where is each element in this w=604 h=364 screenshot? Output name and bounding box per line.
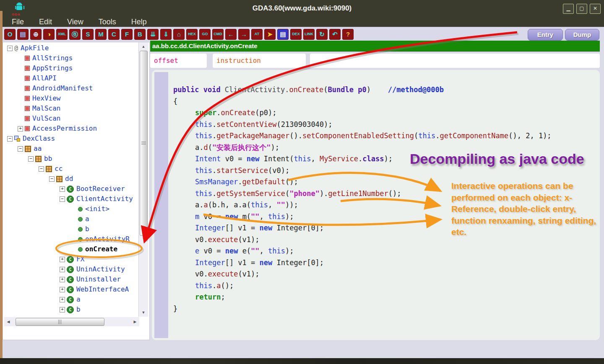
android-icon[interactable]: ⓐ <box>69 29 81 40</box>
tree-item-appstrings[interactable]: AppStrings <box>3 63 139 73</box>
tree-item-fx[interactable]: +CFX <box>3 254 139 264</box>
tree-vertical-scrollbar[interactable]: ▲ ▼ <box>138 42 148 317</box>
help-icon[interactable]: ? <box>342 29 354 40</box>
link-icon[interactable]: LINK <box>303 29 315 40</box>
tree-item-allstrings[interactable]: AllStrings <box>3 53 139 63</box>
collapse-toggle-icon[interactable]: − <box>18 146 23 152</box>
code-line[interactable]: v0.execute(v1); <box>152 268 600 280</box>
tree-item-dexclass[interactable]: −DexClass <box>3 134 139 144</box>
tree-item-vulscan[interactable]: VulScan <box>3 114 139 124</box>
scroll-up-button[interactable]: ▲ <box>139 43 148 50</box>
tree-item-b[interactable]: b <box>3 224 139 234</box>
export-down-icon[interactable]: ⇓ <box>160 29 172 40</box>
scroll-down-button[interactable]: ▼ <box>139 309 148 316</box>
code-line[interactable]: } <box>152 303 600 315</box>
forward-icon[interactable]: → <box>238 29 250 40</box>
home-up-icon[interactable]: ⌂ <box>173 29 185 40</box>
vertical-scroll-thumb[interactable] <box>140 51 148 236</box>
bytecode-icon[interactable]: B <box>134 29 146 40</box>
methods-icon[interactable]: M <box>95 29 107 40</box>
code-line[interactable]: e v0 = new e("", this); <box>152 245 600 257</box>
tree-item-b[interactable]: +Cb <box>3 305 139 315</box>
collapse-toggle-icon[interactable]: − <box>49 176 55 182</box>
minimize-button[interactable]: ▁ <box>563 4 574 14</box>
tree-item-a[interactable]: a <box>3 214 139 224</box>
code-line[interactable]: return; <box>152 292 600 303</box>
redo-icon[interactable]: ↻ <box>316 29 328 40</box>
tree-item-uninstaller[interactable]: +CUninstaller <box>3 274 139 284</box>
tree-item-label: dd <box>65 174 73 184</box>
tree-item-malscan[interactable]: MalScan <box>3 103 139 114</box>
tree-item-apkfile[interactable]: −@ApkFile <box>3 43 139 53</box>
menu-tools[interactable]: Tools <box>91 18 124 26</box>
code-line[interactable]: Integer[] v1 = new Integer[0]; <box>152 257 600 269</box>
code-line[interactable]: this.getPackageManager().setComponentEna… <box>152 130 600 142</box>
undo-icon[interactable]: ↶ <box>329 29 341 40</box>
tree-item-hexview[interactable]: HexView <box>3 93 139 103</box>
maximize-button[interactable]: ▢ <box>576 4 587 14</box>
horizontal-scroll-thumb[interactable] <box>16 318 104 326</box>
class-tree[interactable]: −@ApkFileAllStringsAppStringsAllAPIAndro… <box>3 43 139 317</box>
expand-toggle-icon[interactable]: + <box>60 287 65 292</box>
scroll-right-button[interactable]: ▶ <box>131 318 139 325</box>
strings-icon[interactable]: S <box>82 29 94 40</box>
expand-toggle-icon[interactable]: + <box>18 126 23 132</box>
hex-icon[interactable]: HEX <box>186 29 198 40</box>
dex-icon[interactable]: DEX <box>290 29 302 40</box>
tree-item-clientactivity[interactable]: −CClientActivity <box>3 194 139 204</box>
xml-icon[interactable]: XML <box>56 29 68 40</box>
manifest-down-icon[interactable]: ⇊ <box>147 29 159 40</box>
at-icon[interactable]: AT <box>251 29 263 40</box>
tree-item-onactivityr[interactable]: onActivityR <box>3 234 139 244</box>
code-line[interactable]: { <box>152 96 600 108</box>
expand-toggle-icon[interactable]: + <box>60 307 65 312</box>
go-icon[interactable]: GO <box>199 29 211 40</box>
collapse-toggle-icon[interactable]: − <box>28 156 34 162</box>
code-line[interactable]: this.setContentView(2130903040); <box>152 119 600 131</box>
collapse-toggle-icon[interactable]: − <box>39 166 44 172</box>
tree-item-a[interactable]: +Ca <box>3 294 139 305</box>
classes-icon[interactable]: C <box>108 29 120 40</box>
tree-item-allapi[interactable]: AllAPI <box>3 73 139 83</box>
expand-toggle-icon[interactable]: + <box>60 297 65 302</box>
collapse-toggle-icon[interactable]: − <box>7 136 13 142</box>
expand-toggle-icon[interactable]: + <box>60 257 65 262</box>
bird-icon[interactable]: ➤ <box>264 29 276 40</box>
disk-icon[interactable]: ◑ <box>43 29 55 40</box>
tree-item-webinterfacea[interactable]: +CWebInterfaceA <box>3 284 139 294</box>
close-button[interactable]: ✕ <box>590 4 601 14</box>
collapse-toggle-icon[interactable]: − <box>7 46 13 51</box>
dump-button[interactable]: Dump <box>565 29 599 41</box>
report-icon[interactable]: ▤ <box>277 29 289 40</box>
expand-toggle-icon[interactable]: + <box>60 277 65 282</box>
collapse-toggle-icon[interactable]: − <box>60 196 65 202</box>
tree-horizontal-scrollbar[interactable]: ◀ ▶ <box>4 317 139 326</box>
tree-item-aa[interactable]: −aa <box>3 144 139 154</box>
menu-edit[interactable]: Edit <box>31 18 60 26</box>
tree-item-bb[interactable]: −bb <box>3 154 139 164</box>
cmd-icon[interactable]: CMD <box>212 29 224 40</box>
tree-item-androidmanifest[interactable]: AndroidManifest <box>3 83 139 93</box>
tree-item-init[interactable]: <init> <box>3 204 139 214</box>
scroll-left-button[interactable]: ◀ <box>4 318 13 325</box>
code-line[interactable]: public void ClientActivity.onCreate(Bund… <box>152 84 600 96</box>
tree-item-accesspermission[interactable]: +AccessPermission <box>3 124 139 134</box>
save-icon[interactable]: ▤ <box>17 29 29 40</box>
code-line[interactable]: super.onCreate(p0); <box>152 107 600 119</box>
tree-item-oncreate[interactable]: onCreate <box>3 244 139 254</box>
menu-file[interactable]: File <box>0 18 31 26</box>
fields-icon[interactable]: F <box>121 29 133 40</box>
entry-button[interactable]: Entry <box>528 29 563 41</box>
search-icon[interactable]: ⊕ <box>30 29 42 40</box>
menu-help[interactable]: Help <box>124 18 154 26</box>
expand-toggle-icon[interactable]: + <box>60 267 65 272</box>
expand-toggle-icon[interactable]: + <box>60 186 65 192</box>
back-icon[interactable]: ← <box>225 29 237 40</box>
open-file-icon[interactable]: O <box>4 29 16 40</box>
tree-item-cc[interactable]: −cc <box>3 164 139 174</box>
code-line[interactable]: this.a(); <box>152 280 600 292</box>
menu-view[interactable]: View <box>60 18 91 26</box>
tree-item-bootreceiver[interactable]: +CBootReceiver <box>3 184 139 194</box>
tree-item-uninactivity[interactable]: +CUninActivity <box>3 264 139 274</box>
tree-item-dd[interactable]: −dd <box>3 174 139 184</box>
